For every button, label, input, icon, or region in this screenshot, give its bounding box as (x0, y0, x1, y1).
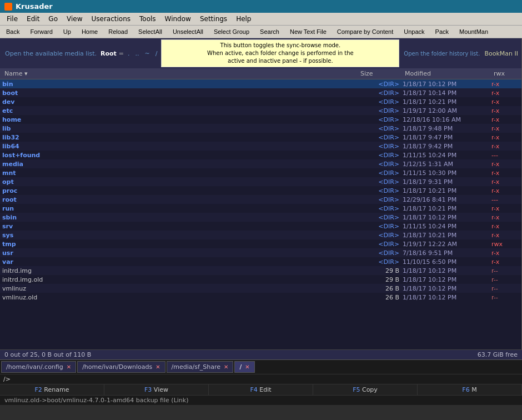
file-row[interactable]: initrd.img29 B1/18/17 10:12 PMr-- (0, 266, 521, 275)
file-row[interactable]: mnt<DIR>1/11/15 10:30 PMr-x (0, 168, 521, 177)
file-row[interactable]: lib64<DIR>1/18/17 9:42 PMr-x (0, 142, 521, 151)
file-row[interactable]: vmlinuz26 B1/18/17 10:12 PMr-- (0, 284, 521, 293)
tab-close-btn[interactable]: ✕ (67, 364, 71, 370)
col-header-modified[interactable]: Modified (403, 69, 491, 78)
toolbar-btn-new-text-file[interactable]: New Text File (285, 27, 332, 37)
file-row[interactable]: run<DIR>1/18/17 10:21 PMr-x (0, 204, 521, 213)
menu-item-view[interactable]: View (62, 14, 87, 24)
file-row[interactable]: tmp<DIR>1/19/17 12:22 AMrwx (0, 239, 521, 248)
file-modified: 1/12/15 1:31 AM (403, 161, 491, 168)
tab-label: /media/sf_Share (172, 363, 221, 371)
file-rwx: r-x (491, 116, 519, 123)
file-size: <DIR> (358, 152, 403, 159)
file-modified: 1/18/17 10:21 PM (403, 98, 491, 106)
tab-close-btn[interactable]: ✕ (155, 364, 160, 370)
col-header-size[interactable]: Size (358, 69, 403, 78)
file-modified: 1/18/17 10:12 PM (403, 285, 491, 292)
file-row[interactable]: initrd.img.old29 B1/18/17 10:12 PMr-- (0, 275, 521, 284)
nav-btn-slash[interactable]: / (154, 50, 159, 57)
file-row[interactable]: root<DIR>12/29/16 8:41 PM--- (0, 195, 521, 204)
file-size: 29 B (358, 267, 403, 274)
col-header-rwx[interactable]: rwx (491, 69, 519, 78)
tab-1[interactable]: /home/ivan/Downloads✕ (77, 361, 165, 373)
file-row[interactable]: srv<DIR>1/11/15 10:24 PMr-x (0, 222, 521, 231)
left-panel: Open the available media list. Root = . … (0, 38, 522, 349)
file-row[interactable]: sbin<DIR>1/18/17 10:12 PMr-x (0, 213, 521, 222)
toolbar-btn-unselectall[interactable]: UnselectAll (168, 27, 208, 37)
toolbar-btn-select-group[interactable]: Select Group (209, 27, 254, 37)
fkey-label: M (471, 386, 477, 393)
file-modified: 1/18/17 10:21 PM (403, 187, 491, 194)
fkey-f4[interactable]: F4 Edit (209, 384, 313, 395)
menu-item-tools[interactable]: Tools (135, 14, 160, 24)
file-name: proc (2, 187, 358, 194)
tab-3[interactable]: /✕ (234, 361, 254, 373)
toolbar-btn-mountman[interactable]: MountMan (454, 27, 493, 37)
file-rwx: r-- (491, 285, 519, 292)
tab-label: /home/ivan/Downloads (82, 363, 152, 371)
file-modified: 1/18/17 10:21 PM (403, 205, 491, 212)
file-row[interactable]: home<DIR>12/18/16 10:16 AMr-x (0, 115, 521, 124)
col-header-name[interactable]: Name ▾ (2, 69, 358, 78)
menu-item-settings[interactable]: Settings (195, 14, 232, 24)
menu-item-go[interactable]: Go (44, 14, 62, 24)
toolbar-btn-unpack[interactable]: Unpack (399, 27, 429, 37)
file-size: <DIR> (358, 161, 403, 168)
open-media-btn[interactable]: Open the available media list. (3, 50, 98, 57)
menu-item-useractions[interactable]: Useractions (87, 14, 135, 24)
file-row[interactable]: media<DIR>1/12/15 1:31 AMr-x (0, 159, 521, 168)
toolbar-btn-forward[interactable]: Forward (25, 27, 57, 37)
file-name: vmlinuz.old (2, 294, 358, 301)
nav-btn-dotdot[interactable]: .. (134, 50, 141, 57)
toolbar-btn-reload[interactable]: Reload (103, 27, 133, 37)
file-row[interactable]: etc<DIR>1/19/17 12:00 AMr-x (0, 106, 521, 115)
open-history-btn[interactable]: Open the folder history list. (401, 51, 482, 57)
file-rwx: r-x (491, 98, 519, 106)
file-size: <DIR> (358, 196, 403, 203)
menu-item-help[interactable]: Help (232, 14, 255, 24)
sync-tooltip[interactable]: This button toggles the sync-browse mode… (161, 39, 399, 67)
nav-sep-equals: = (119, 50, 124, 57)
bookman-btn[interactable]: BookMan II (484, 50, 518, 57)
tab-0[interactable]: /home/ivan/.config✕ (1, 361, 76, 373)
nav-btn-tilde[interactable]: ~ (143, 50, 152, 57)
file-rwx: r-x (491, 178, 519, 186)
file-row[interactable]: bin<DIR>1/18/17 10:12 PMr-x (0, 79, 521, 88)
file-row[interactable]: vmlinuz.old26 B1/18/17 10:12 PMr-- (0, 293, 521, 302)
file-row[interactable]: dev<DIR>1/18/17 10:21 PMr-x (0, 97, 521, 106)
file-size: 29 B (358, 276, 403, 283)
toolbar-btn-compare-by-content[interactable]: Compare by Content (332, 27, 399, 37)
file-rwx: r-x (491, 223, 519, 230)
file-size: <DIR> (358, 187, 403, 194)
file-row[interactable]: lib32<DIR>1/18/17 9:47 PMr-x (0, 133, 521, 142)
file-list-header: Name ▾ Size Modified rwx (0, 68, 521, 79)
file-row[interactable]: lib<DIR>1/18/17 9:48 PMr-x (0, 124, 521, 133)
toolbar-btn-search[interactable]: Search (255, 27, 284, 37)
tab-close-btn[interactable]: ✕ (224, 364, 228, 370)
file-row[interactable]: opt<DIR>1/18/17 9:31 PMr-x (0, 177, 521, 186)
file-row[interactable]: lost+found<DIR>1/11/15 10:24 PM--- (0, 151, 521, 159)
menu-item-file[interactable]: File (2, 14, 22, 24)
file-modified: 1/18/17 10:12 PM (403, 294, 491, 301)
status-line: vmlinuz.old->boot/vmlinuz-4.7.0-1-amd64 … (0, 395, 522, 405)
file-row[interactable]: proc<DIR>1/18/17 10:21 PMr-x (0, 186, 521, 195)
file-row[interactable]: var<DIR>11/10/15 6:50 PMr-x (0, 257, 521, 266)
toolbar-btn-back[interactable]: Back (1, 27, 24, 37)
file-row[interactable]: boot<DIR>1/18/17 10:14 PMr-x (0, 88, 521, 97)
fkey-f5[interactable]: F5 Copy (313, 384, 418, 395)
fkey-f3[interactable]: F3 View (104, 384, 209, 395)
toolbar-btn-home[interactable]: Home (77, 27, 103, 37)
toolbar-btn-pack[interactable]: Pack (430, 27, 454, 37)
tab-2[interactable]: /media/sf_Share✕ (167, 361, 234, 373)
tab-close-btn[interactable]: ✕ (245, 364, 249, 370)
toolbar-btn-selectall[interactable]: SelectAll (133, 27, 167, 37)
menu-item-window[interactable]: Window (160, 14, 195, 24)
fkey-f6[interactable]: F6 M (418, 384, 522, 395)
fkey-f2[interactable]: F2 Rename (0, 384, 104, 395)
file-row[interactable]: usr<DIR>7/18/16 9:51 PMr-x (0, 248, 521, 257)
menu-item-edit[interactable]: Edit (22, 14, 44, 24)
toolbar-btn-up[interactable]: Up (58, 27, 76, 37)
file-list[interactable]: bin<DIR>1/18/17 10:12 PMr-xboot<DIR>1/18… (0, 79, 521, 349)
file-row[interactable]: sys<DIR>1/18/17 10:21 PMr-x (0, 231, 521, 239)
nav-btn-dots[interactable]: . (126, 50, 132, 57)
